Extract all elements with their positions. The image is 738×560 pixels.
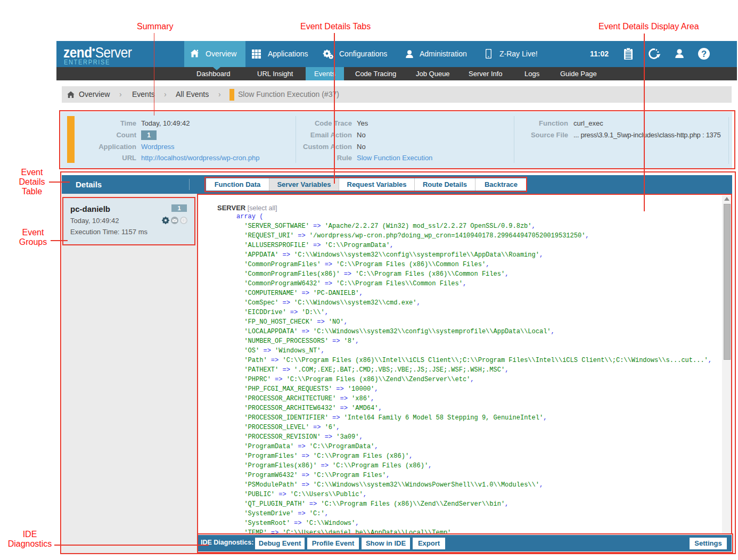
svg-text:?: ?	[701, 49, 707, 59]
